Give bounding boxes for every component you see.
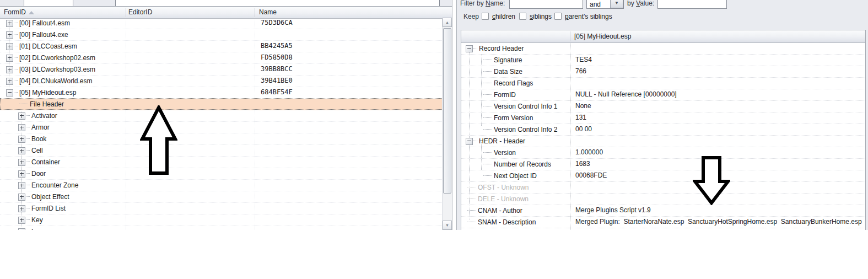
record-row-version-control-info-2[interactable]: Version Control Info 200 00: [461, 124, 865, 136]
keep-checkbox-parent-s-siblings[interactable]: [554, 13, 562, 20]
expand-icon[interactable]: [18, 112, 25, 120]
tree-row-file-header[interactable]: File Header: [0, 99, 442, 110]
keep-option-label[interactable]: siblings: [530, 13, 552, 20]
tree-row-object-effect[interactable]: Object Effect: [0, 191, 442, 203]
record-row-form-version[interactable]: Form Version131: [461, 112, 865, 124]
tree-column-header: FormID EditorID Name: [0, 6, 452, 19]
record-row-value[interactable]: 1.000000: [575, 147, 603, 158]
record-row-version-control-info-1[interactable]: Version Control Info 1None: [461, 101, 865, 112]
sort-ascending-icon: [29, 11, 34, 14]
filter-name-input[interactable]: [509, 0, 583, 9]
column-editorid[interactable]: EditorID: [128, 8, 152, 16]
expand-icon[interactable]: [18, 194, 25, 201]
collapse-icon[interactable]: [6, 89, 13, 96]
expand-icon[interactable]: [6, 20, 13, 27]
expand-icon[interactable]: [6, 78, 13, 85]
record-row-value[interactable]: Merge Plugins Script v1.9: [575, 205, 651, 216]
record-row-number-of-records[interactable]: Number of Records1683: [461, 159, 865, 170]
tree-connector-dots: [14, 23, 18, 24]
tree-row-label: Encounter Zone: [31, 180, 78, 191]
tree-row--03-dlcworkshop03-esm[interactable]: [03] DLCworkshop03.esm39BB8BCC: [0, 64, 442, 76]
tree-row-activator[interactable]: Activator: [0, 110, 442, 122]
expand-icon[interactable]: [18, 217, 25, 224]
tree-row--02-dlcworkshop02-esm[interactable]: [02] DLCworkshop02.esmFD5850D8: [0, 52, 442, 64]
record-row-value[interactable]: Merged Plugin: StarterNoraNate.esp Sanct…: [575, 217, 862, 227]
record-connector-dots: [467, 198, 476, 200]
expand-icon[interactable]: [18, 182, 25, 189]
record-row-signature[interactable]: SignatureTES4: [461, 55, 865, 66]
collapse-icon[interactable]: [466, 138, 473, 145]
record-row-dele-unknown[interactable]: DELE - Unknown: [461, 194, 865, 205]
tree-row-armor[interactable]: Armor: [0, 122, 442, 133]
tree-row--00-fallout4-esm[interactable]: [00] Fallout4.esm75D3D6CA: [0, 18, 442, 29]
combobox-dropdown-button[interactable]: ▼: [610, 0, 623, 8]
tree-row-cell[interactable]: Cell: [0, 145, 442, 157]
scroll-up-button[interactable]: ▲: [443, 18, 452, 27]
record-row-value[interactable]: 766: [575, 66, 586, 77]
record-row-formid[interactable]: FormIDNULL - Null Reference [00000000]: [461, 89, 865, 101]
expand-icon[interactable]: [6, 55, 13, 62]
column-formid[interactable]: FormID: [4, 8, 26, 16]
tree-row-book[interactable]: Book: [0, 133, 442, 145]
tree-row-formid-list[interactable]: FormID List: [0, 203, 442, 214]
tree-row-layer[interactable]: Layer: [0, 226, 442, 230]
tree-row--00-fallout4-exe[interactable]: [00] Fallout4.exe: [0, 29, 442, 41]
expand-icon[interactable]: [6, 43, 13, 50]
expand-icon[interactable]: [18, 124, 25, 131]
collapse-icon[interactable]: [466, 45, 473, 52]
tree-row-container[interactable]: Container: [0, 157, 442, 168]
record-row-ofst-unknown[interactable]: OFST - Unknown: [461, 182, 865, 194]
record-row-value[interactable]: 00068FDE: [575, 170, 607, 181]
expand-icon[interactable]: [18, 147, 25, 154]
record-row-value[interactable]: TES4: [575, 55, 592, 65]
tree-row-label: [03] DLCworkshop03.esm: [19, 65, 95, 75]
scroll-down-button[interactable]: ▼: [443, 221, 452, 230]
expand-icon[interactable]: [18, 205, 25, 212]
tree-row--05-myhideout-esp[interactable]: [05] MyHideout.esp684BF54F: [0, 87, 442, 99]
expand-icon[interactable]: [18, 159, 25, 166]
record-row-master-files[interactable]: Master Files: [461, 228, 865, 230]
column-name[interactable]: Name: [259, 8, 277, 16]
keep-checkbox-siblings[interactable]: [519, 13, 526, 20]
record-row-record-flags[interactable]: Record Flags: [461, 78, 865, 89]
tree-connector-dots: [26, 115, 30, 116]
record-connector-dots: [483, 129, 492, 130]
filter-value-input[interactable]: [657, 0, 727, 9]
xedit-window: FormID EditorID Name [00] Fallout4.esm75…: [0, 0, 868, 279]
tree-row--04-dlcnukaworld-esm[interactable]: [04] DLCNukaWorld.esm39B41BE0: [0, 76, 442, 87]
expand-icon[interactable]: [6, 66, 13, 73]
tree-row--01-dlccoast-esm[interactable]: [01] DLCCoast.esmBB4245A5: [0, 41, 442, 52]
record-row-value[interactable]: 131: [575, 112, 586, 123]
tree-row-key[interactable]: Key: [0, 214, 442, 226]
record-row-record-header[interactable]: Record Header: [461, 43, 865, 55]
keep-option-label[interactable]: children: [492, 13, 515, 20]
expand-icon[interactable]: [18, 136, 25, 143]
tree-row-label: Object Effect: [31, 192, 69, 202]
record-row-value[interactable]: NULL - Null Reference [00000000]: [575, 89, 677, 100]
record-row-cnam-author[interactable]: CNAM - AuthorMerge Plugins Script v1.9: [461, 205, 865, 217]
tree-connector-dots: [26, 219, 30, 221]
expand-icon[interactable]: [18, 170, 25, 178]
tree-row-encounter-zone[interactable]: Encounter Zone: [0, 180, 442, 191]
expand-icon[interactable]: [18, 228, 25, 230]
record-row-value[interactable]: None: [575, 101, 591, 111]
tree-row-label: [00] Fallout4.esm: [19, 18, 70, 29]
record-row-next-object-id[interactable]: Next Object ID00068FDE: [461, 170, 865, 182]
tree-row-door[interactable]: Door: [0, 168, 442, 180]
record-row-hedr-header[interactable]: HEDR - Header: [461, 136, 865, 147]
tree-vertical-scrollbar[interactable]: ▲ ▼: [442, 18, 452, 230]
record-row-snam-description[interactable]: SNAM - DescriptionMerged Plugin: Starter…: [461, 217, 865, 228]
detail-column-divider[interactable]: [570, 31, 570, 41]
expand-icon[interactable]: [6, 31, 13, 39]
record-row-value[interactable]: 1683: [575, 159, 590, 169]
record-row-value[interactable]: 00 00: [575, 124, 592, 135]
tree-connector-dots: [14, 46, 18, 47]
column-divider[interactable]: [126, 8, 126, 17]
plugin-column-header[interactable]: [05] MyHideout.esp: [574, 33, 631, 40]
keep-checkbox-children[interactable]: [482, 13, 489, 20]
column-divider[interactable]: [255, 8, 255, 17]
record-row-data-size[interactable]: Data Size766: [461, 66, 865, 78]
record-row-version[interactable]: Version1.000000: [461, 147, 865, 159]
keep-option-label[interactable]: parent's siblings: [565, 13, 612, 20]
scroll-thumb[interactable]: [443, 28, 451, 194]
